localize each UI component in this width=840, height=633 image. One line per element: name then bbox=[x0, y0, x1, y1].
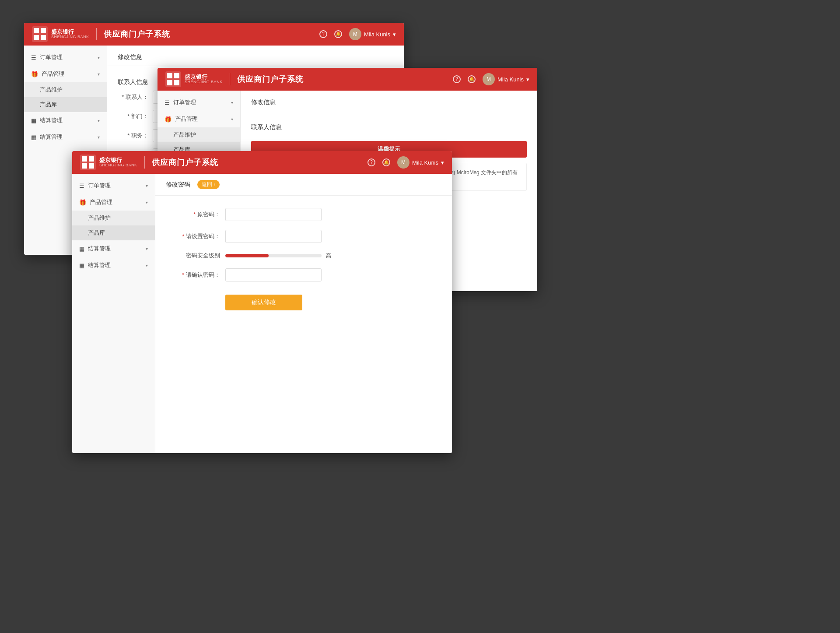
svg-rect-7 bbox=[174, 73, 179, 78]
sidebar-sub-1: 产品维护 产品库 bbox=[24, 82, 107, 112]
sidebar-item-products-2[interactable]: 🎁产品管理 ▾ bbox=[158, 111, 240, 127]
bell-icon-3[interactable]: 🔔 bbox=[382, 158, 390, 166]
pwd-label-confirm: 请确认密码： bbox=[182, 271, 225, 279]
page-title-1: 修改信息 bbox=[107, 46, 404, 66]
orders-label-2: 订单管理 bbox=[173, 98, 196, 106]
app-title-1: 供应商门户子系统 bbox=[104, 29, 170, 39]
orders-icon-3: ☰ bbox=[79, 183, 84, 189]
username-3: Mila Kunis bbox=[412, 159, 438, 166]
label-0: * 联系人： bbox=[118, 93, 153, 101]
user-button-1[interactable]: M Mila Kunis ▾ bbox=[349, 28, 396, 40]
header-3: 盛京银行 SHENGJING BANK 供应商门户子系统 ? 🔔 M Mila … bbox=[72, 151, 452, 174]
logo-icon-3 bbox=[80, 155, 96, 170]
body-3: ☰订单管理 ▾ 🎁产品管理 ▾ 产品维护 产品库 ▦结算管理 ▾ ▦结算管理 ▾ bbox=[72, 174, 452, 453]
main-content-3: 修改密码 返回 › 原密码： 请设置密码： 密码安全级别 bbox=[155, 174, 452, 453]
logo-icon-2 bbox=[165, 71, 181, 87]
label-1: * 部门： bbox=[118, 113, 153, 120]
avatar-1: M bbox=[349, 28, 361, 40]
svg-rect-9 bbox=[174, 80, 179, 85]
sidebar-item-orders-2[interactable]: ☰订单管理 ▾ bbox=[158, 94, 240, 111]
orders-label-1: 订单管理 bbox=[40, 53, 63, 61]
logo-area-2: 盛京银行 SHENGJING BANK 供应商门户子系统 bbox=[165, 71, 304, 87]
username-1: Mila Kunis bbox=[364, 31, 390, 38]
settle1-icon-3: ▦ bbox=[79, 246, 84, 252]
confirm-submit-button[interactable]: 确认修改 bbox=[225, 295, 302, 310]
help-icon-1[interactable]: ? bbox=[319, 30, 327, 38]
old-password-input[interactable] bbox=[225, 208, 322, 221]
sidebar-item-settle2-3[interactable]: ▦结算管理 ▾ bbox=[72, 257, 155, 274]
products-label-3: 产品管理 bbox=[90, 198, 112, 206]
user-button-3[interactable]: M Mila Kunis ▾ bbox=[397, 156, 444, 169]
settle2-icon-3: ▦ bbox=[79, 262, 84, 269]
brand-sub-1: SHENGJING BANK bbox=[51, 35, 89, 39]
settle2-chevron-1: ▾ bbox=[98, 135, 100, 140]
sidebar-item-orders-1[interactable]: ☰订单管理 ▾ bbox=[24, 49, 107, 66]
svg-rect-8 bbox=[167, 80, 172, 85]
sub-library-3[interactable]: 产品库 bbox=[72, 225, 155, 240]
settle1-chevron-3: ▾ bbox=[146, 246, 148, 251]
products-label-1: 产品管理 bbox=[42, 70, 64, 78]
bell-icon-2[interactable]: 🔔 bbox=[468, 75, 476, 83]
orders-icon-2: ☰ bbox=[164, 99, 170, 106]
svg-rect-6 bbox=[167, 73, 172, 78]
sidebar-item-products-1[interactable]: 🎁产品管理 ▾ bbox=[24, 66, 107, 82]
sidebar-item-products-3[interactable]: 🎁产品管理 ▾ bbox=[72, 194, 155, 211]
settle1-icon-1: ▦ bbox=[31, 117, 36, 124]
password-form-3: 原密码： 请设置密码： 密码安全级别 高 bbox=[155, 196, 452, 323]
label-2: * 职务： bbox=[118, 132, 153, 140]
username-2: Mila Kunis bbox=[497, 76, 524, 83]
sidebar-item-settle1-1[interactable]: ▦结算管理 ▾ bbox=[24, 112, 107, 129]
logo-divider-2 bbox=[230, 73, 230, 85]
products-chevron-1: ▾ bbox=[98, 72, 100, 77]
pwd-row-new: 请设置密码： bbox=[182, 230, 426, 243]
help-icon-2[interactable]: ? bbox=[453, 75, 461, 83]
help-icon-3[interactable]: ? bbox=[368, 158, 375, 166]
orders-chevron-1: ▾ bbox=[98, 55, 100, 60]
pwd-row-confirm: 请确认密码： bbox=[182, 268, 426, 281]
settle1-label-1: 结算管理 bbox=[40, 116, 63, 124]
logo-area-1: 盛京银行 SHENGJING BANK 供应商门户子系统 bbox=[32, 26, 170, 42]
confirm-password-input[interactable] bbox=[225, 268, 322, 281]
sidebar-item-orders-3[interactable]: ☰订单管理 ▾ bbox=[72, 177, 155, 194]
pwd-label-new: 请设置密码： bbox=[182, 232, 225, 240]
brand-name-3: 盛京银行 bbox=[99, 157, 137, 163]
strength-fill bbox=[225, 254, 269, 257]
orders-label-3: 订单管理 bbox=[88, 182, 111, 190]
svg-rect-3 bbox=[34, 35, 39, 40]
submit-row: 确认修改 bbox=[182, 290, 426, 310]
pwd-row-strength: 密码安全级别 高 bbox=[182, 252, 426, 260]
sub-maintenance-2[interactable]: 产品维护 bbox=[158, 127, 240, 142]
products-icon-2: 🎁 bbox=[164, 116, 172, 123]
strength-bar bbox=[225, 254, 322, 257]
sidebar-item-settle2-1[interactable]: ▦结算管理 ▾ bbox=[24, 129, 107, 145]
sidebar-sub-3: 产品维护 产品库 bbox=[72, 211, 155, 240]
products-label-2: 产品管理 bbox=[175, 115, 198, 123]
sub-maintenance-3[interactable]: 产品维护 bbox=[72, 211, 155, 225]
settle2-chevron-3: ▾ bbox=[146, 263, 148, 268]
settle1-label-3: 结算管理 bbox=[88, 245, 111, 253]
logo-icon-1 bbox=[32, 26, 48, 42]
app-title-3: 供应商门户子系统 bbox=[152, 157, 218, 168]
svg-rect-2 bbox=[41, 28, 46, 33]
products-icon-1: 🎁 bbox=[31, 71, 38, 77]
sidebar-item-settle1-3[interactable]: ▦结算管理 ▾ bbox=[72, 240, 155, 257]
brand-sub-2: SHENGJING BANK bbox=[185, 80, 223, 84]
sub-library-1[interactable]: 产品库 bbox=[24, 97, 107, 112]
header-1: 盛京银行 SHENGJING BANK 供应商门户子系统 ? 🔔 M Mila … bbox=[24, 23, 404, 46]
brand-name-2: 盛京银行 bbox=[185, 74, 223, 80]
breadcrumb-tag-3[interactable]: 返回 › bbox=[197, 180, 220, 189]
svg-rect-11 bbox=[82, 156, 87, 162]
bell-icon-1[interactable]: 🔔 bbox=[334, 30, 342, 38]
pwd-label-old: 原密码： bbox=[182, 211, 225, 218]
chevron-icon-1: ▾ bbox=[393, 31, 396, 38]
new-password-input[interactable] bbox=[225, 230, 322, 243]
svg-rect-1 bbox=[34, 28, 39, 33]
brand-name-1: 盛京银行 bbox=[51, 29, 89, 35]
user-button-2[interactable]: M Mila Kunis ▾ bbox=[483, 73, 529, 85]
header-right-1: ? 🔔 M Mila Kunis ▾ bbox=[319, 28, 396, 40]
header-right-2: ? 🔔 M Mila Kunis ▾ bbox=[453, 73, 529, 85]
sub-maintenance-1[interactable]: 产品维护 bbox=[24, 82, 107, 97]
header-right-3: ? 🔔 M Mila Kunis ▾ bbox=[368, 156, 444, 169]
app-title-2: 供应商门户子系统 bbox=[237, 74, 304, 84]
orders-icon-1: ☰ bbox=[31, 54, 36, 61]
